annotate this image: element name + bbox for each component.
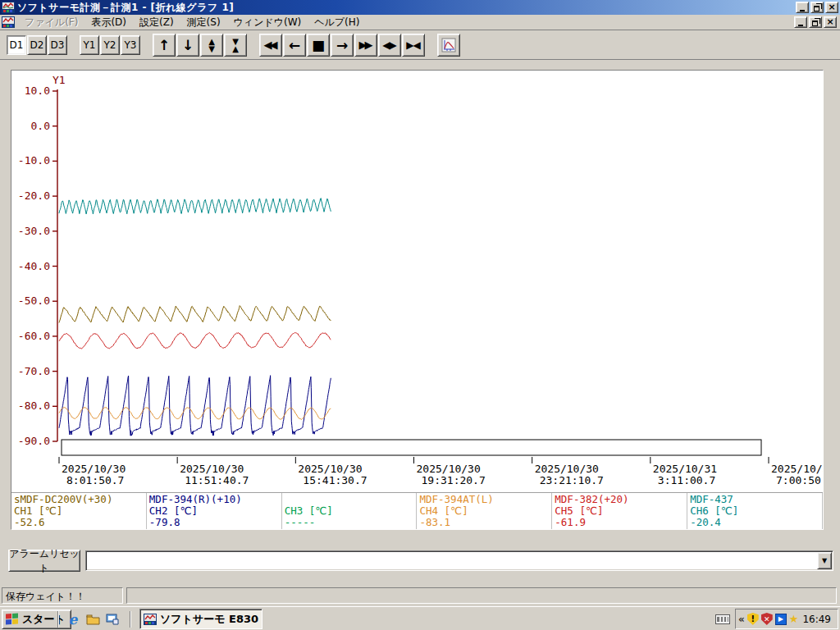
legend-ch2: MDF-394(R)(+10)CH2 [℃]-79.8 xyxy=(147,493,282,529)
svg-text:7:00:50.7: 7:00:50.7 xyxy=(776,474,823,486)
legend-ch5: MDF-382(+20)CH5 [℃]-61.9 xyxy=(552,493,687,529)
legend-ch4: MDF-394AT(L)CH4 [℃]-83.1 xyxy=(417,493,552,529)
channel-unit: CH3 [℃] xyxy=(285,505,414,517)
step-forward-button[interactable]: → xyxy=(331,34,354,57)
menu-item[interactable]: 設定(Z) xyxy=(133,14,180,31)
clock: 16:49 xyxy=(802,614,831,625)
svg-text:8:01:50.7: 8:01:50.7 xyxy=(66,474,124,486)
mdi-close-button[interactable]: × xyxy=(824,16,837,28)
svg-text:2025/10/30: 2025/10/30 xyxy=(535,463,599,475)
channel-legend: sMDF-DC200V(+30)CH1 [℃]-52.6MDF-394(R)(+… xyxy=(11,492,823,529)
status-message: 保存ウェイト！！ xyxy=(2,587,123,604)
svg-text:-30.0: -30.0 xyxy=(18,225,50,237)
svg-text:-80.0: -80.0 xyxy=(18,399,50,412)
svg-text:-70.0: -70.0 xyxy=(18,365,50,377)
show-desktop-icon[interactable] xyxy=(105,612,120,627)
line-graph-panel: Y110.00.0-10.0-20.0-30.0-40.0-50.0-60.0-… xyxy=(11,70,824,530)
svg-text:-50.0: -50.0 xyxy=(18,294,50,307)
svg-text:23:21:10.7: 23:21:10.7 xyxy=(540,474,604,486)
channel-label: MDF-394AT(L) xyxy=(419,494,549,505)
menu-bar: ファイル(F)表示(D)設定(Z)測定(S)ウィンドウ(W)ヘルプ(H) × xyxy=(0,15,840,30)
svg-text:2025/10/30: 2025/10/30 xyxy=(417,463,481,475)
mdi-minimize-button[interactable] xyxy=(794,16,807,28)
app-icon xyxy=(2,2,15,13)
menu-item[interactable]: ウィンドウ(W) xyxy=(227,14,308,31)
taskbar-divider xyxy=(57,611,59,628)
svg-text:2025/10/31: 2025/10/31 xyxy=(771,463,823,475)
menu-item: ファイル(F) xyxy=(18,14,84,31)
channel-value: -83.1 xyxy=(419,517,549,528)
channel-unit: CH6 [℃] xyxy=(690,505,819,517)
legend-ch1: sMDF-DC200V(+30)CH1 [℃]-52.6 xyxy=(11,493,147,529)
update-star-icon[interactable]: ★ xyxy=(789,613,799,625)
svg-text:-20.0: -20.0 xyxy=(18,189,50,202)
channel-label: sMDF-DC200V(+30) xyxy=(14,494,144,505)
folder-icon[interactable] xyxy=(85,612,100,627)
rewind-button[interactable]: ◀◀ xyxy=(259,34,282,57)
toolbar-y2-button[interactable]: Y2 xyxy=(100,35,120,55)
graph-icon xyxy=(441,38,456,52)
channel-label: MDF-394(R)(+10) xyxy=(149,494,279,505)
app-icon xyxy=(144,614,157,625)
scroll-down-button[interactable]: ↓ xyxy=(176,34,199,57)
svg-text:2025/10/30: 2025/10/30 xyxy=(62,463,126,475)
status-secondary xyxy=(126,587,837,604)
tray-collapse-icon[interactable]: « xyxy=(738,614,745,625)
expand-horizontal-button[interactable]: ◀▶ xyxy=(378,34,401,57)
toolbar-d1-button[interactable]: D1 xyxy=(7,35,26,55)
svg-text:15:41:30.7: 15:41:30.7 xyxy=(303,474,367,486)
media-player-tray-icon[interactable]: ▶ xyxy=(775,614,787,625)
channel-unit: CH1 [℃] xyxy=(14,505,144,517)
combo-dropdown-arrow-icon[interactable]: ▼ xyxy=(817,552,832,569)
toolbar-d2-button[interactable]: D2 xyxy=(27,35,47,55)
step-back-button[interactable]: ← xyxy=(283,34,306,57)
taskbar-app-label: ソフトサーモ E830 xyxy=(160,612,258,627)
channel-value: -20.4 xyxy=(690,517,819,528)
toolbar-y3-button[interactable]: Y3 xyxy=(121,35,140,55)
security-warning-icon[interactable]: ! xyxy=(747,613,759,625)
start-button[interactable]: スタート xyxy=(2,609,71,629)
window-title: ソフトサーモ計測－計測1 - [折れ線グラフ 1] xyxy=(17,1,234,15)
taskbar-app-button[interactable]: ソフトサーモ E830 xyxy=(139,609,262,629)
channel-value: -61.9 xyxy=(555,517,684,528)
fast-forward-button[interactable]: ▶▶ xyxy=(354,34,377,57)
menu-item[interactable]: 測定(S) xyxy=(180,14,227,31)
mdi-child-icon[interactable] xyxy=(2,16,15,28)
channel-value: -52.6 xyxy=(14,517,144,528)
stop-button[interactable]: ■ xyxy=(307,34,330,57)
scroll-up-button[interactable]: ↑ xyxy=(153,34,176,57)
graph-settings-button[interactable] xyxy=(437,34,460,57)
alarm-combobox-value xyxy=(86,551,816,570)
toolbar-d3-button[interactable]: D3 xyxy=(48,35,67,55)
title-bar: ソフトサーモ計測－計測1 - [折れ線グラフ 1] × xyxy=(0,0,840,15)
internet-explorer-icon[interactable]: e xyxy=(66,612,80,627)
alarm-reset-button[interactable]: アラームリセット xyxy=(8,550,80,572)
toolbar-y1-button[interactable]: Y1 xyxy=(80,35,99,55)
svg-text:-60.0: -60.0 xyxy=(18,330,50,342)
restore-button[interactable] xyxy=(810,2,824,13)
compress-vertical-button[interactable]: ▼▲ xyxy=(224,34,247,57)
system-tray: « ! ✕ ▶ ★ 16:49 xyxy=(735,609,838,629)
channel-label: MDF-437 xyxy=(690,494,819,505)
compress-horizontal-button[interactable]: ▶◀ xyxy=(402,34,425,57)
expand-vertical-button[interactable]: ▲▼ xyxy=(200,34,223,57)
windows-logo-icon xyxy=(6,613,19,625)
svg-text:Y1: Y1 xyxy=(52,74,66,86)
svg-text:2025/10/31: 2025/10/31 xyxy=(653,463,717,475)
alarm-combobox[interactable]: ▼ xyxy=(85,550,833,571)
channel-label: MDF-382(+20) xyxy=(555,494,684,505)
svg-text:2025/10/30: 2025/10/30 xyxy=(180,463,244,475)
taskbar-divider xyxy=(130,611,131,628)
svg-text:19:31:20.7: 19:31:20.7 xyxy=(422,474,486,486)
menu-item[interactable]: ヘルプ(H) xyxy=(308,14,366,31)
taskbar: スタート e ソフトサーモ E830 « ! ✕ ▶ xyxy=(0,606,840,630)
security-error-icon[interactable]: ✕ xyxy=(761,613,773,625)
menu-item[interactable]: 表示(D) xyxy=(84,14,133,31)
workspace: Y110.00.0-10.0-20.0-30.0-40.0-50.0-60.0-… xyxy=(0,60,840,585)
svg-text:2025/10/30: 2025/10/30 xyxy=(298,463,362,475)
legend-ch3: CH3 [℃]----- xyxy=(282,493,418,529)
minimize-button[interactable] xyxy=(796,2,809,13)
keyboard-layout-icon[interactable] xyxy=(715,614,730,624)
close-button[interactable]: × xyxy=(825,2,838,13)
mdi-restore-button[interactable] xyxy=(809,16,822,28)
